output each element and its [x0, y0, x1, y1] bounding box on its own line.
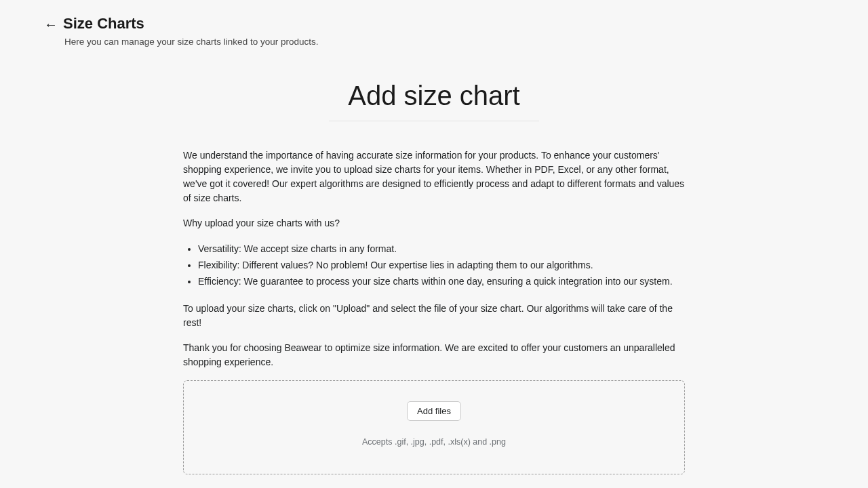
- main-content: Add size chart We understand the importa…: [183, 81, 685, 488]
- list-item: Versatility: We accept size charts in an…: [198, 241, 685, 258]
- why-heading: Why upload your size charts with us?: [183, 216, 685, 230]
- howto-paragraph: To upload your size charts, click on "Up…: [183, 302, 685, 330]
- title-row: ← Size Charts: [44, 15, 868, 33]
- main-title-wrap: Add size chart: [183, 81, 685, 148]
- page-title: Size Charts: [63, 15, 144, 33]
- main-title: Add size chart: [329, 81, 539, 121]
- file-dropzone[interactable]: Add files Accepts .gif, .jpg, .pdf, .xls…: [183, 380, 685, 474]
- back-arrow-icon[interactable]: ←: [44, 18, 58, 31]
- feature-list: Versatility: We accept size charts in an…: [183, 241, 685, 289]
- page-subtitle: Here you can manage your size charts lin…: [64, 37, 868, 47]
- thanks-paragraph: Thank you for choosing Beawear to optimi…: [183, 341, 685, 369]
- add-files-button[interactable]: Add files: [407, 401, 461, 421]
- accepts-text: Accepts .gif, .jpg, .pdf, .xls(x) and .p…: [197, 437, 671, 447]
- intro-paragraph: We understand the importance of having a…: [183, 148, 685, 205]
- page-header: ← Size Charts Here you can manage your s…: [0, 0, 868, 47]
- list-item: Efficiency: We guarantee to process your…: [198, 274, 685, 290]
- list-item: Flexibility: Different values? No proble…: [198, 258, 685, 274]
